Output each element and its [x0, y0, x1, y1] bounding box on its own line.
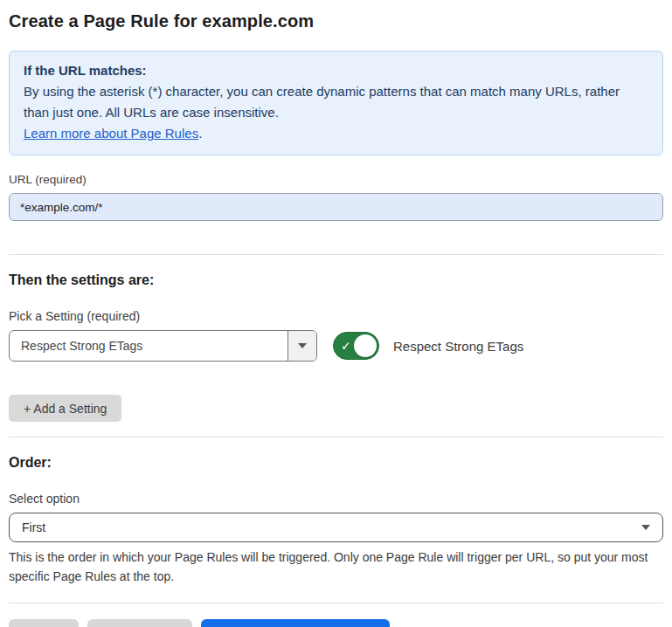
save-deploy-button[interactable]: Save and Deploy Page Rule — [201, 619, 390, 627]
etags-toggle-label: Respect Strong ETags — [393, 339, 523, 354]
info-box-heading: If the URL matches: — [24, 60, 648, 81]
info-box-link-line: Learn more about Page Rules. — [24, 123, 648, 144]
etags-toggle[interactable]: ✓ — [333, 332, 379, 360]
link-suffix: . — [198, 126, 202, 141]
order-select[interactable]: First — [9, 513, 663, 542]
url-input[interactable] — [9, 193, 663, 221]
info-box-body: By using the asterisk (*) character, you… — [24, 81, 648, 123]
setting-select-value: Respect Strong ETags — [10, 331, 288, 361]
page-title: Create a Page Rule for example.com — [9, 10, 663, 31]
footer-actions: Cancel Save as Draft Save and Deploy Pag… — [9, 619, 663, 627]
order-help-text: This is the order in which your Page Rul… — [9, 548, 660, 586]
url-field-label: URL (required) — [9, 173, 663, 186]
order-select-value: First — [22, 520, 45, 534]
check-icon: ✓ — [341, 340, 351, 352]
setting-select[interactable]: Respect Strong ETags — [9, 330, 317, 362]
divider — [9, 437, 663, 438]
save-draft-button[interactable]: Save as Draft — [87, 619, 193, 627]
chevron-down-icon — [298, 343, 307, 348]
order-section-heading: Order: — [9, 455, 663, 471]
add-setting-button[interactable]: + Add a Setting — [9, 395, 121, 422]
toggle-knob — [354, 334, 377, 357]
order-select-label: Select option — [9, 492, 663, 506]
cancel-button[interactable]: Cancel — [9, 619, 79, 627]
divider — [9, 254, 663, 255]
url-match-info-box: If the URL matches: By using the asteris… — [9, 51, 663, 155]
setting-row: Respect Strong ETags ✓ Respect Strong ET… — [9, 330, 663, 362]
learn-more-link[interactable]: Learn more about Page Rules — [24, 126, 198, 141]
chevron-down-icon — [641, 525, 650, 530]
pick-setting-label: Pick a Setting (required) — [9, 309, 663, 323]
settings-section-heading: Then the settings are: — [9, 272, 663, 288]
setting-select-arrow-button[interactable] — [288, 331, 316, 361]
divider — [9, 603, 663, 603]
page-rule-form: Create a Page Rule for example.com If th… — [0, 0, 672, 627]
